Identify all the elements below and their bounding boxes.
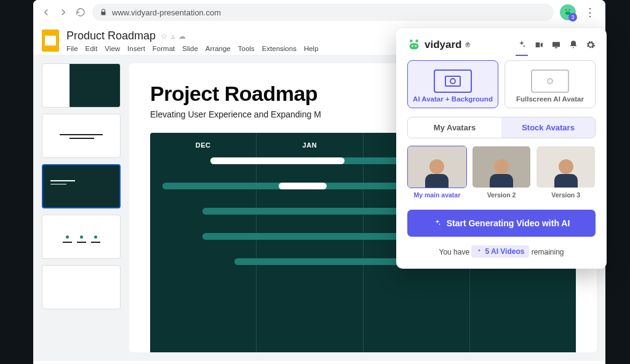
menu-help[interactable]: Help bbox=[304, 45, 319, 52]
gear-icon[interactable] bbox=[586, 40, 596, 50]
browser-menu-button[interactable]: ⋮ bbox=[582, 6, 598, 19]
menu-insert[interactable]: Insert bbox=[127, 45, 145, 52]
bell-icon[interactable] bbox=[568, 40, 578, 50]
mode-avatar-background[interactable]: AI Avatar + Background bbox=[407, 60, 498, 108]
menu-file[interactable]: File bbox=[66, 45, 78, 52]
menu-extensions[interactable]: Extensions bbox=[262, 45, 297, 52]
svg-rect-8 bbox=[552, 42, 560, 47]
avatar-caption: Version 2 bbox=[472, 191, 532, 199]
mode-fullscreen-avatar[interactable]: Fullscreen AI Avatar bbox=[504, 60, 596, 108]
menu-arrange[interactable]: Arrange bbox=[205, 45, 231, 52]
sparkle-icon bbox=[433, 219, 442, 228]
menu-slide[interactable]: Slide bbox=[182, 45, 198, 52]
avatar-thumb bbox=[407, 146, 467, 188]
thumbnail-2[interactable] bbox=[42, 114, 121, 158]
svg-rect-5 bbox=[410, 43, 419, 49]
tab-my-avatars[interactable]: My Avatars bbox=[408, 117, 501, 138]
browser-toolbar: www.vidyard-presentation.com 3 ⋮ bbox=[33, 0, 605, 25]
mode-fullscreen-label: Fullscreen AI Avatar bbox=[509, 95, 591, 103]
thumbnail-3[interactable] bbox=[42, 164, 121, 208]
back-button[interactable] bbox=[41, 7, 52, 18]
slides-logo-icon bbox=[42, 30, 59, 52]
remaining-info: You have 5 AI Videos remaining bbox=[407, 245, 596, 258]
avatar-v3[interactable]: Version 3 bbox=[536, 146, 596, 199]
thumbnail-4[interactable] bbox=[42, 215, 121, 259]
slide-thumbnails bbox=[42, 63, 121, 352]
remaining-chip: 5 AI Videos bbox=[471, 245, 529, 258]
move-icon[interactable]: ▵ bbox=[171, 32, 175, 41]
thumbnail-5[interactable] bbox=[42, 265, 121, 309]
svg-point-3 bbox=[410, 39, 413, 42]
screen-record-icon[interactable] bbox=[551, 40, 561, 50]
svg-point-7 bbox=[415, 46, 417, 47]
svg-rect-9 bbox=[555, 47, 557, 48]
extension-button[interactable]: 3 bbox=[560, 4, 576, 20]
forward-button[interactable] bbox=[58, 7, 69, 18]
avatar-list: My main avatar Version 2 Version 3 bbox=[407, 146, 596, 199]
avatar-thumb bbox=[472, 146, 532, 188]
menu-tools[interactable]: Tools bbox=[238, 45, 255, 52]
svg-point-1 bbox=[568, 9, 570, 11]
svg-point-0 bbox=[565, 9, 567, 11]
generate-button-label: Start Generating Video with AI bbox=[447, 218, 570, 228]
document-title[interactable]: Product Roadmap bbox=[66, 30, 156, 42]
avatar-caption: My main avatar bbox=[407, 191, 467, 199]
tab-stock-avatars[interactable]: Stock Avatars bbox=[501, 117, 595, 138]
thumbnail-1[interactable] bbox=[42, 63, 121, 108]
ai-sparkle-icon[interactable] bbox=[517, 40, 527, 50]
cloud-icon[interactable]: ☁ bbox=[178, 32, 186, 41]
vidyard-panel: vidyard® AI Avatar + Background bbox=[396, 28, 607, 269]
menu-bar: File Edit View Insert Format Slide Arran… bbox=[66, 45, 319, 52]
svg-point-4 bbox=[415, 39, 418, 42]
reload-button[interactable] bbox=[75, 7, 86, 18]
avatar-thumb bbox=[536, 146, 596, 188]
vidyard-brand-text: vidyard bbox=[425, 39, 461, 51]
lock-icon bbox=[100, 9, 107, 16]
menu-edit[interactable]: Edit bbox=[86, 45, 98, 52]
avatar-v2[interactable]: Version 2 bbox=[472, 146, 532, 199]
month-jan: JAN bbox=[303, 141, 317, 149]
url-bar[interactable]: www.vidyard-presentation.com bbox=[92, 4, 554, 21]
extension-badge-count: 3 bbox=[568, 13, 577, 22]
remaining-post: remaining bbox=[532, 248, 564, 256]
url-text: www.vidyard-presentation.com bbox=[112, 8, 221, 17]
avatar-main[interactable]: My main avatar bbox=[407, 146, 467, 199]
sparkle-icon-small bbox=[476, 248, 482, 255]
star-icon[interactable]: ☆ bbox=[161, 32, 167, 41]
avatar-caption: Version 3 bbox=[536, 191, 596, 199]
month-dec: DEC bbox=[196, 141, 211, 149]
camera-icon[interactable] bbox=[534, 40, 544, 50]
mode-avatar-bg-label: AI Avatar + Background bbox=[412, 95, 494, 103]
remaining-pre: You have bbox=[439, 248, 469, 256]
vidyard-brand: vidyard® bbox=[407, 38, 470, 52]
menu-format[interactable]: Format bbox=[153, 45, 175, 52]
menu-view[interactable]: View bbox=[105, 45, 120, 52]
svg-point-6 bbox=[412, 46, 413, 47]
vidyard-logo-icon bbox=[407, 38, 421, 52]
generate-video-button[interactable]: Start Generating Video with AI bbox=[407, 210, 596, 237]
avatar-tabs: My Avatars Stock Avatars bbox=[407, 117, 596, 138]
